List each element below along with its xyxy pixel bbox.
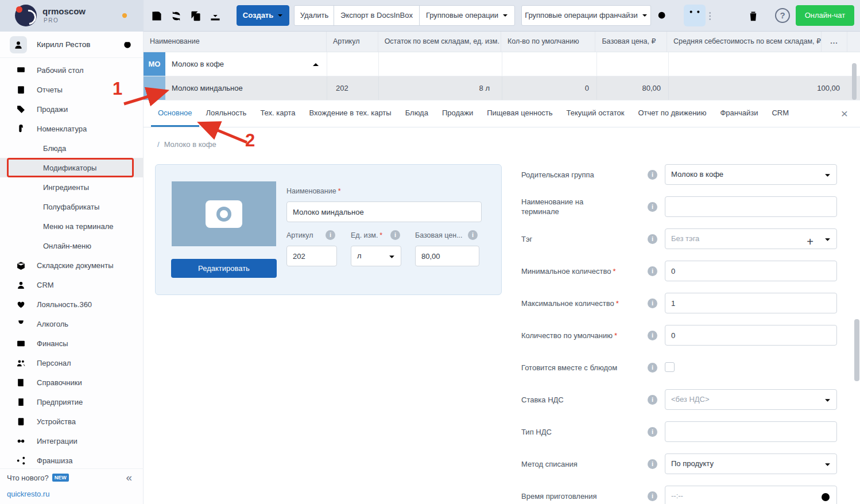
trash-icon-button[interactable] (747, 10, 760, 22)
info-icon[interactable]: i (648, 202, 657, 212)
info-icon[interactable]: i (648, 298, 657, 308)
tab-sales[interactable]: Продажи (435, 100, 480, 127)
writeoff-method-select[interactable]: По продукту (665, 453, 837, 474)
info-icon[interactable]: i (648, 363, 657, 373)
info-icon[interactable]: i (390, 230, 400, 240)
column-header-default-qty[interactable]: Кол-во по умолчанию (501, 32, 595, 52)
info-icon[interactable]: i (326, 230, 335, 240)
terminal-name-field[interactable] (665, 196, 837, 217)
form-scrollbar[interactable] (854, 319, 859, 381)
info-icon[interactable]: i (648, 395, 657, 405)
close-panel-icon[interactable]: × (841, 107, 848, 121)
info-icon[interactable]: i (648, 266, 657, 276)
group-operations-franchise-button[interactable]: Групповые операции франчайзи (521, 5, 651, 26)
user-avatar-icon[interactable] (10, 36, 27, 53)
tab-crm[interactable]: CRM (765, 100, 796, 127)
tab-loyalty[interactable]: Лояльность (199, 100, 254, 127)
tab-tech-card[interactable]: Тех. карта (253, 100, 302, 127)
group-operations-button[interactable]: Групповые операции (419, 5, 515, 26)
sidebar-item-loyalty-360[interactable]: Лояльность.360 (0, 294, 144, 314)
tab-franchise[interactable]: Франчайзи (713, 100, 765, 127)
photo-placeholder[interactable] (172, 181, 276, 246)
info-icon[interactable]: i (648, 234, 657, 244)
info-icon[interactable]: i (648, 331, 657, 340)
logout-power-icon[interactable] (122, 39, 133, 51)
tab-nutrition[interactable]: Пищевая ценность (480, 100, 559, 127)
table-row-selected[interactable]: Молоко миндальное 202 8 л 0 80,00 100,00 (144, 76, 860, 100)
save-icon-button[interactable] (150, 10, 163, 22)
sidebar-item-nomenclature[interactable]: Номенклатура (0, 119, 144, 138)
column-header-stock[interactable]: Остаток по всем складам, ед. изм. (378, 32, 501, 52)
sidebar-item-staff[interactable]: Персонал (0, 353, 144, 373)
max-qty-field[interactable] (665, 293, 837, 313)
sidebar-item-integrations[interactable]: Интеграции (0, 431, 144, 451)
tag-field[interactable]: Без тэга + (665, 228, 837, 249)
info-icon[interactable]: i (648, 491, 657, 501)
sidebar-item-sales[interactable]: Продажи (0, 99, 144, 119)
min-qty-field[interactable] (665, 261, 837, 281)
move-icon-button[interactable] (727, 10, 740, 22)
default-qty-field[interactable] (665, 325, 837, 346)
sidebar-item-dishes[interactable]: Блюда (0, 138, 144, 158)
online-chat-button[interactable]: Онлайн-чат (796, 5, 854, 26)
vat-rate-select[interactable]: <без НДС> (665, 389, 837, 410)
table-scrollbar[interactable] (852, 63, 857, 100)
sidebar-item-terminal-menu[interactable]: Меню на терминале (0, 216, 144, 236)
column-header-name[interactable]: Наименование (144, 32, 327, 52)
vat-type-field[interactable] (665, 421, 837, 442)
unit-select[interactable]: л (351, 246, 401, 266)
tab-current-stock[interactable]: Текущий остаток (560, 100, 632, 127)
sidebar-item-directories[interactable]: Справочники (0, 373, 144, 392)
column-options-button[interactable]: ... (822, 32, 847, 52)
tab-movement-report[interactable]: Отчет по движению (631, 100, 713, 127)
sidebar-item-alcohol[interactable]: Алкоголь (0, 314, 144, 334)
search-icon-button[interactable] (656, 10, 669, 22)
info-icon[interactable]: i (648, 459, 657, 469)
sidebar-item-modifiers[interactable]: Модификаторы (0, 158, 144, 177)
parent-group-select[interactable]: Молоко в кофе (665, 164, 837, 185)
info-icon[interactable]: i (648, 427, 657, 437)
tab-main[interactable]: Основное (151, 100, 199, 127)
sidebar-item-ingredients[interactable]: Ингредиенты (0, 177, 144, 197)
sidebar-item-warehouse-docs[interactable]: Складские документы (0, 255, 144, 275)
info-icon[interactable]: i (468, 230, 478, 240)
theme-sun-icon[interactable] (118, 9, 131, 22)
base-price-field[interactable] (415, 246, 479, 266)
sidebar-item-online-menu[interactable]: Онлайн-меню (0, 236, 144, 255)
tab-dishes[interactable]: Блюда (398, 100, 435, 127)
group-row[interactable]: МО Молоко в кофе (144, 52, 860, 76)
create-button[interactable]: Создать (237, 5, 289, 26)
sidebar-item-dashboard[interactable]: Рабочий стол (0, 60, 144, 80)
delete-button[interactable]: Удалить (294, 5, 335, 26)
column-header-base-price[interactable]: Базовая цена, ₽ (595, 32, 667, 52)
export-docsinbox-button[interactable]: Экспорт в DocsInBox (334, 5, 420, 26)
clock-icon[interactable] (820, 491, 831, 502)
sidebar-item-finance[interactable]: Финансы (0, 334, 144, 353)
name-field[interactable] (286, 201, 482, 222)
edit-photo-button[interactable]: Редактировать (171, 259, 277, 278)
column-header-avg-cost[interactable]: Средняя себестоимость по всем складам, ₽ (667, 32, 822, 52)
tab-tech-card-usage[interactable]: Вхождение в тех. карты (302, 100, 398, 127)
copy-icon-button[interactable] (189, 10, 202, 22)
download-icon-button[interactable] (209, 10, 222, 22)
site-link[interactable]: quickresto.ru (7, 490, 49, 498)
collapse-sidebar-button[interactable]: « (126, 471, 132, 484)
add-tag-icon[interactable]: + (807, 232, 813, 251)
sidebar-item-enterprise[interactable]: Предприятие (0, 392, 144, 412)
sidebar-item-semifinished[interactable]: Полуфабрикаты (0, 197, 144, 216)
sku-field[interactable] (286, 246, 337, 266)
chevron-up-icon[interactable] (312, 62, 319, 67)
sidebar-item-franchise[interactable]: Франшиза (0, 451, 144, 470)
column-header-sku[interactable]: Артикул (327, 32, 378, 52)
sidebar-item-crm[interactable]: CRM (0, 275, 144, 294)
cook-time-field[interactable]: --:-- (665, 486, 837, 504)
whats-new-link[interactable]: Что нового?NEW (7, 474, 69, 482)
cook-with-dish-checkbox[interactable] (665, 362, 675, 372)
list-view-icon-button[interactable] (708, 10, 720, 22)
tools-icon-button[interactable] (684, 5, 706, 26)
sidebar-item-devices[interactable]: Устройства (0, 412, 144, 431)
help-icon-button[interactable]: ? (775, 8, 790, 23)
sidebar-item-reports[interactable]: Отчеты (0, 80, 144, 99)
info-icon[interactable]: i (648, 170, 657, 180)
refresh-icon-button[interactable] (170, 10, 183, 22)
